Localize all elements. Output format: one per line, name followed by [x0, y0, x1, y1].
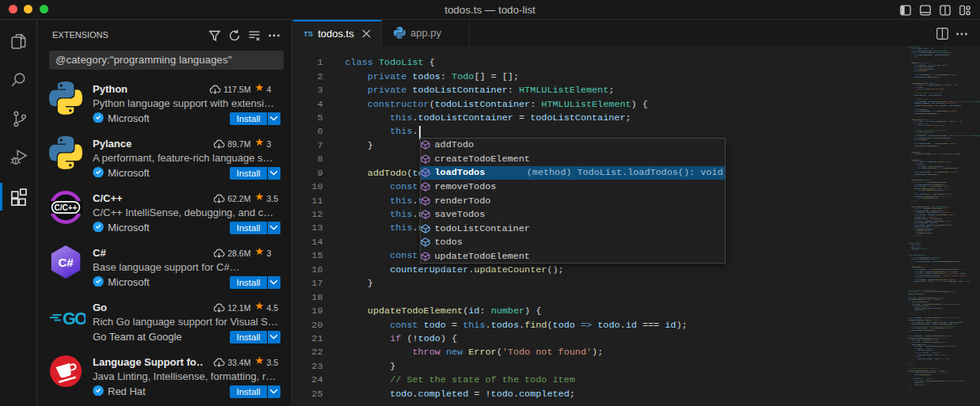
svg-text:C#: C#	[58, 256, 74, 269]
svg-text:GO: GO	[63, 309, 86, 328]
svg-text:C/C++: C/C++	[55, 203, 78, 211]
